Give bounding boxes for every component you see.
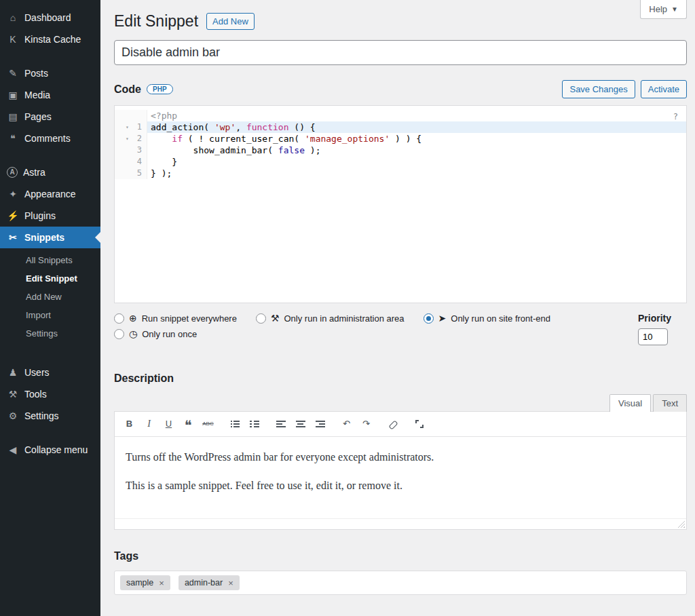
radio-unchecked[interactable] — [114, 313, 124, 324]
underline-icon: U — [164, 419, 174, 429]
scope-options: ⊕Run snippet everywhere⚒Only run in admi… — [114, 313, 550, 345]
submenu-item-add-new[interactable]: Add New — [0, 288, 100, 306]
remove-tag-icon[interactable]: × — [228, 579, 233, 588]
gutter: ▾2 — [115, 133, 147, 145]
code-line-1[interactable]: ▾1add_action( 'wp', function () { — [115, 121, 686, 133]
priority-input[interactable] — [638, 328, 668, 345]
sidebar-item-dashboard[interactable]: ⌂Dashboard — [0, 7, 100, 28]
help-button[interactable]: Help ▼ — [640, 0, 687, 19]
sidebar-item-settings[interactable]: ⚙Settings — [0, 405, 100, 427]
sidebar-item-label: Plugins — [24, 210, 56, 221]
align-right-icon — [316, 419, 325, 429]
save-changes-button-top[interactable]: Save Changes — [562, 80, 635, 98]
add-new-button[interactable]: Add New — [206, 13, 255, 30]
wordpress-admin: ⌂DashboardKKinsta Cache✎Posts▣Media▤Page… — [0, 0, 695, 616]
radio-unchecked[interactable] — [256, 313, 266, 324]
submenu-item-settings[interactable]: Settings — [0, 324, 100, 343]
sidebar-item-label: Posts — [24, 68, 48, 79]
tags-input[interactable]: sample×admin-bar× — [114, 571, 687, 595]
tab-visual[interactable]: Visual — [609, 394, 651, 412]
tab-text[interactable]: Text — [653, 394, 687, 412]
align-center-button[interactable] — [291, 416, 309, 432]
sidebar-item-pages[interactable]: ▤Pages — [0, 106, 100, 128]
page-title: Edit Snippet — [114, 12, 198, 31]
snippets-icon: ✂ — [7, 232, 19, 243]
resize-handle[interactable] — [677, 520, 685, 528]
code-line-4[interactable]: 4 } — [115, 156, 686, 168]
redo-button[interactable]: ↷ — [357, 416, 375, 432]
media-icon: ▣ — [7, 90, 19, 100]
align-right-button[interactable] — [311, 416, 329, 432]
submenu-item-import[interactable]: Import — [0, 306, 100, 324]
sidebar-item-tools[interactable]: ⚒Tools — [0, 383, 100, 405]
php-open-tag: <?php — [147, 110, 686, 121]
fullscreen-icon — [415, 419, 424, 429]
sidebar-item-appearance[interactable]: ✦Appearance — [0, 183, 100, 205]
sidebar-item-label: Snippets — [24, 232, 64, 243]
sidebar-item-astra[interactable]: AAstra — [0, 161, 100, 183]
italic-icon: I — [145, 419, 154, 429]
sidebar-item-kinsta-cache[interactable]: KKinsta Cache — [0, 28, 100, 50]
align-left-button[interactable] — [271, 416, 290, 432]
bold-button[interactable]: B — [120, 416, 138, 432]
tag-chip-sample[interactable]: sample× — [120, 575, 170, 590]
collapse-menu-icon: ◀ — [7, 444, 19, 455]
sidebar-item-plugins[interactable]: ⚡Plugins — [0, 205, 100, 227]
description-paragraph: Turns off the WordPress admin bar for ev… — [126, 449, 675, 465]
italic-button[interactable]: I — [140, 416, 158, 432]
scope-option-only-run-once[interactable]: ◷Only run once — [114, 328, 197, 339]
undo-button[interactable]: ↶ — [337, 416, 356, 432]
admin-sidebar: ⌂DashboardKKinsta Cache✎Posts▣Media▤Page… — [0, 0, 100, 616]
pages-icon: ▤ — [7, 111, 19, 122]
scope-option-only-run-in-administration-area[interactable]: ⚒Only run in administration area — [256, 313, 405, 324]
radio-unchecked[interactable] — [114, 329, 124, 339]
dashboard-icon: ⌂ — [7, 12, 19, 23]
underline-button[interactable]: U — [159, 416, 178, 432]
radio-checked[interactable] — [424, 313, 434, 324]
code-text: show_admin_bar( false ); — [147, 145, 686, 156]
fullscreen-button[interactable] — [410, 416, 428, 432]
scope-option-only-run-on-site-front-end[interactable]: ➤Only run on site front-end — [424, 313, 550, 324]
sidebar-item-label: Dashboard — [24, 12, 71, 23]
code-line-3[interactable]: 3 show_admin_bar( false ); — [115, 145, 686, 156]
strikethrough-button[interactable]: ABC — [199, 416, 217, 432]
line-number: 4 — [133, 156, 142, 168]
activate-button[interactable]: Activate — [641, 80, 687, 98]
sidebar-item-media[interactable]: ▣Media — [0, 84, 100, 106]
plugins-icon: ⚡ — [7, 210, 19, 221]
tag-chip-admin-bar[interactable]: admin-bar× — [179, 575, 240, 590]
bullet-list-button[interactable] — [225, 416, 244, 432]
priority-field: Priority — [638, 313, 687, 345]
editor-tabs: VisualText — [114, 394, 687, 411]
fold-arrow-icon[interactable]: ▾ — [124, 133, 130, 145]
sidebar-item-collapse-menu[interactable]: ◀Collapse menu — [0, 439, 100, 461]
remove-tag-icon[interactable]: × — [159, 579, 164, 588]
link-button[interactable] — [383, 416, 402, 432]
sidebar-item-users[interactable]: ♟Users — [0, 362, 100, 383]
submenu-item-all-snippets[interactable]: All Snippets — [0, 251, 100, 269]
scope-option-run-snippet-everywhere[interactable]: ⊕Run snippet everywhere — [114, 313, 237, 324]
snippet-title-input[interactable] — [114, 40, 687, 65]
code-line-2[interactable]: ▾2 if ( ! current_user_can( 'manage_opti… — [115, 133, 686, 145]
code-line-5[interactable]: 5} ); — [115, 168, 686, 179]
editor-box: BIU❝ABC↶↷ Turns off the WordPress admin … — [114, 411, 687, 530]
description-editor[interactable]: Turns off the WordPress admin bar for ev… — [115, 437, 686, 518]
undo-icon: ↶ — [342, 419, 352, 429]
bullet-list-icon — [230, 419, 240, 429]
sidebar-item-posts[interactable]: ✎Posts — [0, 62, 100, 84]
description-paragraph: This is a sample snippet. Feel free to u… — [126, 478, 675, 494]
fold-arrow-icon[interactable]: ▾ — [124, 121, 130, 133]
sidebar-item-comments[interactable]: ❝Comments — [0, 128, 100, 149]
submenu-item-edit-snippet[interactable]: Edit Snippet — [0, 269, 100, 288]
blockquote-button[interactable]: ❝ — [179, 416, 198, 432]
users-icon: ♟ — [7, 367, 19, 378]
tags-heading: Tags — [114, 550, 687, 562]
editor-help-icon[interactable]: ? — [673, 111, 678, 123]
code-section-header: Code PHP Save Changes Activate — [114, 80, 687, 98]
tools-icon: ⚒ — [7, 389, 19, 400]
sidebar-item-snippets[interactable]: ✂Snippets — [0, 227, 100, 248]
main-content: Help ▼ Edit Snippet Add New Code PHP Sav… — [100, 0, 695, 616]
code-text: } — [147, 156, 686, 168]
ordered-list-button[interactable] — [245, 416, 263, 432]
code-editor[interactable]: ? <?php ▾1add_action( 'wp', function () … — [114, 105, 687, 303]
